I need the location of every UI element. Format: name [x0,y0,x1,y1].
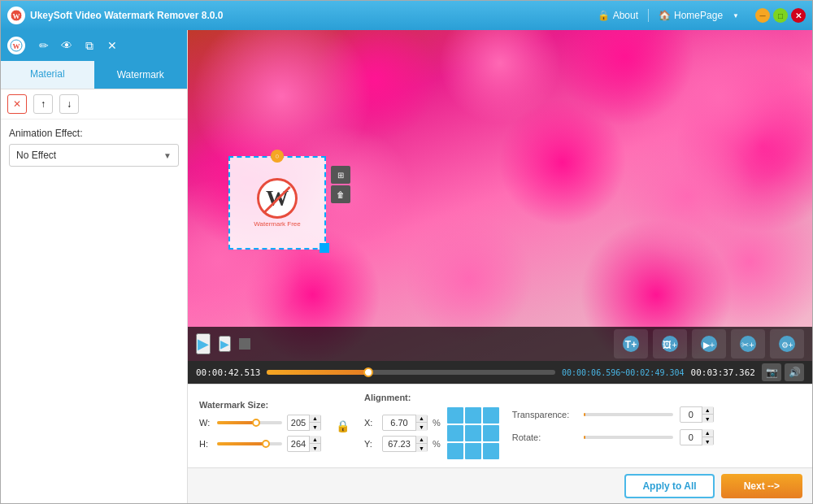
controls-row: Watermark Size: W: 205 ▲ [199,393,801,459]
width-increment[interactable]: ▲ [309,415,320,423]
close-button[interactable]: ✕ [791,8,806,23]
x-row: X: 6.70 ▲ ▼ % [364,415,441,431]
align-bottom-center[interactable] [465,443,481,459]
volume-button[interactable]: 🔊 [785,363,804,381]
rotate-slider[interactable] [584,436,673,439]
animation-dropdown[interactable]: No Effect ▼ [9,144,179,167]
width-row: W: 205 ▲ ▼ [199,415,321,431]
copy-tool-button[interactable]: ⧉ [80,37,98,54]
rotate-value: 0 [680,432,702,442]
width-slider[interactable] [217,421,282,424]
watermark-edit-button[interactable]: ⊞ [331,166,350,184]
timeline-thumb[interactable] [363,367,373,377]
watermark-resize-handle[interactable] [320,243,329,253]
transparency-slider[interactable] [584,413,673,416]
add-video-button[interactable]: ▶+ [692,329,726,358]
sidebar: W ✏ 👁 ⧉ ✕ Material Watermark ✕ ↑ ↓ Anima… [1,30,188,503]
rotate-increment[interactable]: ▲ [702,429,713,437]
w-label: W: [199,418,212,428]
eye-tool-button[interactable]: 👁 [58,37,76,54]
align-top-center[interactable] [465,407,481,424]
homepage-nav[interactable]: 🏠 HomePage [659,10,723,21]
y-increment[interactable]: ▲ [415,436,427,444]
maximize-button[interactable]: □ [773,8,788,23]
controls-panel: Watermark Size: W: 205 ▲ [188,384,812,467]
video-bottom-toolbar: ▶ ▶ T+ 🖼+ ▶+ [188,327,812,361]
apply-to-all-button[interactable]: Apply to All [624,474,714,498]
align-bottom-right[interactable] [483,443,499,459]
align-middle-right[interactable] [483,425,499,441]
app-window: W UkeySoft Video Watermark Remover 8.0.0… [0,0,813,504]
transparency-decrement[interactable]: ▼ [702,415,713,423]
home-icon: 🏠 [659,10,671,21]
alignment-grid [447,407,499,459]
move-down-button[interactable]: ↓ [59,94,79,114]
y-row: Y: 67.23 ▲ ▼ % [364,436,441,452]
height-slider[interactable] [217,442,282,445]
watermark-rotate-handle[interactable]: ○ [271,150,284,163]
stop-button[interactable] [239,338,250,350]
nav-dropdown-arrow[interactable]: ▼ [733,12,739,20]
width-decrement[interactable]: ▼ [309,423,320,431]
svg-text:⚙+: ⚙+ [781,341,793,350]
svg-text:✂+: ✂+ [741,340,754,350]
play-next-button[interactable]: ▶ [219,336,231,352]
alignment-label: Alignment: [364,393,499,402]
rotate-decrement[interactable]: ▼ [702,437,713,445]
rotate-spinbox[interactable]: 0 ▲ ▼ [680,429,714,445]
transparency-rotate-group: Transparence: 0 ▲ ▼ [512,406,714,445]
minimize-button[interactable]: ─ [755,8,770,23]
add-image-button[interactable]: 🖼+ [653,329,687,358]
title-bar-right: 🔒 About 🏠 HomePage ▼ ─ □ ✕ [598,8,806,23]
height-increment[interactable]: ▲ [309,436,320,444]
add-text-button[interactable]: T+ [614,329,648,358]
move-up-button[interactable]: ↑ [33,94,53,114]
align-top-right[interactable] [483,407,499,424]
transparency-label: Transparence: [512,410,577,419]
timeline: 00:00:42.513 00:00:06.596~00:02:49.304 0… [188,361,812,384]
snapshot-button[interactable]: 📷 [762,363,781,381]
width-spinbox[interactable]: 205 ▲ ▼ [287,415,321,431]
add-effect-button[interactable]: ⚙+ [770,329,804,358]
x-percent: % [433,418,441,428]
transparency-increment[interactable]: ▲ [702,406,713,415]
tab-watermark[interactable]: Watermark [94,61,188,89]
x-spinbox[interactable]: 6.70 ▲ ▼ [382,415,428,431]
tab-material[interactable]: Material [1,61,94,89]
transparency-spinbox[interactable]: 0 ▲ ▼ [680,406,714,423]
align-bottom-left[interactable] [447,443,463,459]
x-increment[interactable]: ▲ [415,415,427,423]
svg-text:W: W [13,12,20,20]
main-content: W ✏ 👁 ⧉ ✕ Material Watermark ✕ ↑ ↓ Anima… [1,30,812,503]
svg-text:W: W [13,42,20,50]
svg-text:T+: T+ [625,339,637,350]
about-nav[interactable]: 🔒 About [598,10,638,21]
next-button[interactable]: Next --> [721,474,802,498]
rotate-row: Rotate: 0 ▲ ▼ [512,429,714,445]
align-top-left[interactable] [447,407,463,424]
timeline-progress [267,370,367,375]
lock-icon[interactable]: 🔒 [336,419,350,432]
y-spinbox[interactable]: 67.23 ▲ ▼ [382,436,428,452]
y-decrement[interactable]: ▼ [415,444,427,452]
timeline-right-buttons: 📷 🔊 [762,363,804,381]
shield-icon: 🔒 [598,10,610,21]
add-buttons: T+ 🖼+ ▶+ ✂+ ⚙+ [614,329,804,358]
align-middle-center[interactable] [465,425,481,441]
xy-group: X: 6.70 ▲ ▼ % [364,415,441,452]
watermark-delete-button[interactable]: 🗑 [331,185,350,203]
x-decrement[interactable]: ▼ [415,423,427,431]
timeline-selection: 00:00:06.596~00:02:49.304 [562,368,685,377]
animation-label: Animation Effect: [9,128,179,139]
sidebar-close-button[interactable]: ✕ [103,37,121,54]
watermark-overlay[interactable]: ○ W Watermark Free ⊞ 🗑 [228,156,326,250]
height-decrement[interactable]: ▼ [309,444,320,452]
height-spinbox[interactable]: 264 ▲ ▼ [287,436,321,452]
timeline-scrubber[interactable] [267,370,555,375]
align-middle-left[interactable] [447,425,463,441]
play-button[interactable]: ▶ [196,333,211,354]
remove-button[interactable]: ✕ [7,94,27,114]
pencil-tool-button[interactable]: ✏ [35,37,53,54]
alignment-group: Alignment: X: 6.70 ▲ ▼ [364,393,499,459]
add-clip-button[interactable]: ✂+ [731,329,765,358]
